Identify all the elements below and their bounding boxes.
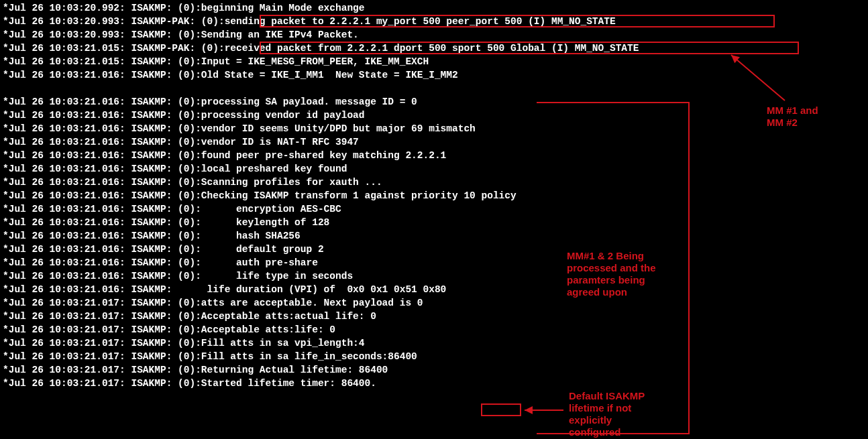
- log-line: *Jul 26 10:03:21.016: ISAKMP: (0):Scanni…: [3, 176, 865, 189]
- log-line: *Jul 26 10:03:21.016: ISAKMP: (0):proces…: [3, 109, 865, 122]
- log-line: *Jul 26 10:03:21.016: ISAKMP: (0):Old St…: [3, 68, 865, 82]
- log-line: *Jul 26 10:03:20.993: ISAKMP-PAK: (0):se…: [3, 15, 865, 28]
- log-line: *Jul 26 10:03:21.017: ISAKMP: (0):Accept…: [3, 323, 865, 336]
- log-line: *Jul 26 10:03:21.017: ISAKMP: (0):Accept…: [3, 310, 865, 323]
- annotation-lifetime: Default ISAKMP lifetime if not explicitl…: [569, 390, 645, 438]
- log-line: [3, 82, 865, 95]
- log-line: *Jul 26 10:03:21.015: ISAKMP: (0):Input …: [3, 55, 865, 68]
- log-line: *Jul 26 10:03:21.016: ISAKMP: (0):proces…: [3, 95, 865, 109]
- log-line: *Jul 26 10:03:21.016: ISAKMP: (0):Checki…: [3, 189, 865, 202]
- log-line: *Jul 26 10:03:21.017: ISAKMP: (0):Fill a…: [3, 350, 865, 363]
- highlight-lifetime-value: [481, 403, 521, 416]
- log-line: *Jul 26 10:03:21.017: ISAKMP: (0):Fill a…: [3, 336, 865, 350]
- log-line: *Jul 26 10:03:21.016: ISAKMP: (0): encry…: [3, 202, 865, 216]
- log-line: *Jul 26 10:03:20.992: ISAKMP: (0):beginn…: [3, 1, 865, 15]
- log-line: *Jul 26 10:03:21.016: ISAKMP: life durat…: [3, 283, 865, 296]
- log-line: *Jul 26 10:03:21.016: ISAKMP: (0): defau…: [3, 243, 865, 256]
- log-line: *Jul 26 10:03:21.015: ISAKMP-PAK: (0):re…: [3, 42, 865, 55]
- log-line: *Jul 26 10:03:21.017: ISAKMP: (0):Starte…: [3, 377, 865, 390]
- log-line: *Jul 26 10:03:21.016: ISAKMP: (0): hash …: [3, 229, 865, 243]
- log-line: *Jul 26 10:03:21.016: ISAKMP: (0): keyle…: [3, 216, 865, 229]
- log-line: *Jul 26 10:03:21.016: ISAKMP: (0): auth …: [3, 256, 865, 269]
- log-line: *Jul 26 10:03:21.016: ISAKMP: (0):vendor…: [3, 135, 865, 149]
- log-line: *Jul 26 10:03:21.016: ISAKMP: (0):vendor…: [3, 122, 865, 135]
- log-line: *Jul 26 10:03:21.016: ISAKMP: (0):found …: [3, 149, 865, 162]
- log-line: *Jul 26 10:03:21.016: ISAKMP: (0):local …: [3, 162, 865, 176]
- log-line: *Jul 26 10:03:20.993: ISAKMP: (0):Sendin…: [3, 28, 865, 42]
- log-line: *Jul 26 10:03:21.017: ISAKMP: (0):Return…: [3, 363, 865, 377]
- log-line: *Jul 26 10:03:21.017: ISAKMP: (0):atts a…: [3, 296, 865, 310]
- log-line: *Jul 26 10:03:21.016: ISAKMP: (0): life …: [3, 269, 865, 283]
- terminal-log: *Jul 26 10:03:20.992: ISAKMP: (0):beginn…: [3, 1, 865, 390]
